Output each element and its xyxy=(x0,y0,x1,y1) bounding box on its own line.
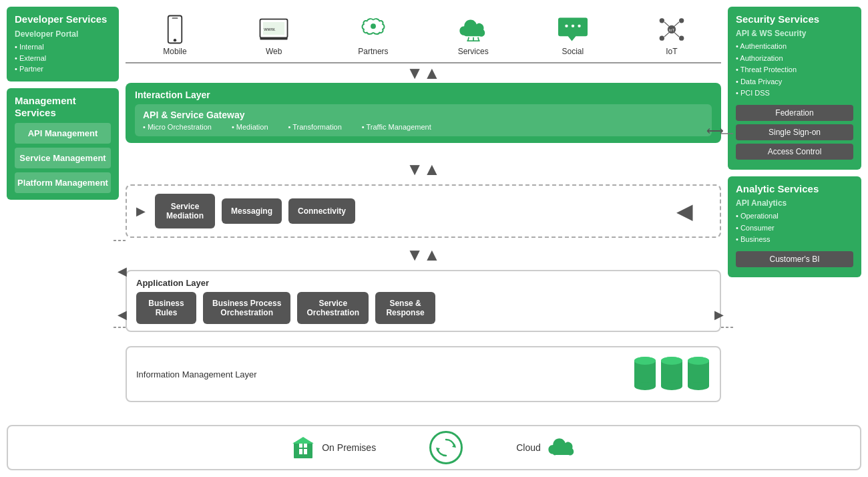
security-list-item: Data Privacy xyxy=(736,76,853,88)
analytic-services-title: Analytic Services xyxy=(736,183,853,194)
developer-portal-subtitle: Developer Portal xyxy=(15,29,111,39)
svg-line-18 xyxy=(664,32,669,37)
svg-rect-37 xyxy=(299,444,302,448)
services-cloud-icon xyxy=(459,15,488,44)
svg-marker-34 xyxy=(292,437,314,444)
app-chips: BusinessRules Business ProcessOrchestrat… xyxy=(136,292,710,324)
api-management-item[interactable]: API Management xyxy=(15,123,111,144)
cylinder-1 xyxy=(633,355,657,393)
web-icon-item: www. Web xyxy=(259,15,288,56)
partners-icon xyxy=(359,15,388,44)
svg-point-7 xyxy=(371,23,376,29)
svg-line-17 xyxy=(674,22,679,27)
partners-icon-item: Partners xyxy=(358,15,388,56)
left-panel: Developer Services Developer Portal Inte… xyxy=(7,7,119,200)
svg-rect-6 xyxy=(260,37,288,39)
info-layer: Information Management Layer xyxy=(126,346,721,402)
left-arrow-service: ◀ xyxy=(118,307,127,322)
services-label: Services xyxy=(458,47,489,56)
svg-rect-33 xyxy=(294,442,312,458)
svg-point-24 xyxy=(634,357,656,365)
analytics-list-item: Operational xyxy=(736,210,853,222)
management-services-title: Management Services xyxy=(15,95,111,119)
dev-list-item: Internal xyxy=(15,41,111,53)
application-layer-container: Application Layer BusinessRules Business… xyxy=(126,265,721,332)
svg-point-27 xyxy=(661,382,682,390)
svg-text:www.: www. xyxy=(263,26,276,32)
connectivity-chip: Connectivity xyxy=(288,198,355,224)
security-list: Authentication Authorization Threat Prot… xyxy=(736,41,853,100)
svg-line-16 xyxy=(664,22,669,27)
cloud-icon xyxy=(548,437,577,458)
single-sign-on-button[interactable]: Single Sign-on xyxy=(736,124,853,140)
cylinder-3 xyxy=(686,355,710,393)
security-list-item: Authorization xyxy=(736,53,853,65)
dev-list-item: External xyxy=(15,53,111,64)
app-arrows: ▼▲ xyxy=(126,246,721,263)
management-services-box: Management Services API Management Servi… xyxy=(7,88,119,200)
svg-point-31 xyxy=(688,382,709,390)
bottom-bar: On Premises Cloud xyxy=(7,425,861,470)
analytics-list: Operational Consumer Business xyxy=(736,210,853,246)
messaging-chip: Messaging xyxy=(222,198,282,224)
svg-rect-38 xyxy=(304,444,307,448)
right-arrow-analytics: ▶ xyxy=(714,307,724,322)
web-icon: www. xyxy=(259,15,288,44)
developer-portal-list: Internal External Partner xyxy=(15,41,111,75)
mobile-icon xyxy=(160,15,190,44)
platform-management-item[interactable]: Platform Management xyxy=(15,172,111,193)
on-premises-label: On Premises xyxy=(322,442,376,453)
customers-bi-button[interactable]: Customer's BI xyxy=(736,251,853,267)
cloud-item: Cloud xyxy=(516,437,577,458)
security-list-item: PCI DSS xyxy=(736,88,853,100)
iot-icon: IoT xyxy=(657,15,686,44)
sync-icon xyxy=(429,431,463,464)
application-layer-title: Application Layer xyxy=(136,278,710,288)
middle-arrows: ▼▲ xyxy=(126,160,721,178)
developer-services-box: Developer Services Developer Portal Inte… xyxy=(7,7,119,82)
sense-response-chip: Sense &Response xyxy=(375,292,435,324)
iot-icon-item: IoT IoT xyxy=(657,15,686,56)
business-process-chip: Business ProcessOrchestration xyxy=(203,292,290,324)
analytics-list-item: Consumer xyxy=(736,222,853,234)
services-icon-item: Services xyxy=(458,15,489,56)
svg-line-19 xyxy=(674,32,679,37)
svg-point-15 xyxy=(679,36,684,41)
svg-point-23 xyxy=(634,382,656,390)
social-label: Social xyxy=(562,47,584,56)
security-services-box: Security Services API & WS Security Auth… xyxy=(728,7,861,170)
svg-point-12 xyxy=(660,18,664,23)
api-analytics-subtitle: API Analytics xyxy=(736,198,853,208)
api-ws-security-subtitle: API & WS Security xyxy=(736,29,853,38)
developer-services-title: Developer Services xyxy=(15,13,111,25)
svg-point-32 xyxy=(688,357,709,365)
micro-orchestration: Micro Orchestration xyxy=(143,123,212,131)
top-icons-row: Mobile www. Web Partners xyxy=(126,7,721,60)
large-left-arrow: ◀ xyxy=(676,198,693,224)
transformation: Transformation xyxy=(288,123,342,131)
analytics-list-item: Business xyxy=(736,234,853,246)
svg-text:IoT: IoT xyxy=(668,28,674,32)
svg-point-2 xyxy=(174,39,176,41)
federation-button[interactable]: Federation xyxy=(736,105,853,121)
api-gateway-title: API & Service Gateway xyxy=(143,110,704,120)
cloud-label: Cloud xyxy=(516,442,541,453)
access-control-button[interactable]: Access Control xyxy=(736,144,853,160)
info-layer-container: Information Management Layer xyxy=(126,341,721,402)
svg-point-14 xyxy=(660,36,664,41)
main-container: Developer Services Developer Portal Inte… xyxy=(0,0,868,477)
analytic-services-box: Analytic Services API Analytics Operatio… xyxy=(728,176,861,277)
svg-point-28 xyxy=(661,357,682,365)
mobile-icon-item: Mobile xyxy=(160,15,190,56)
arrow-right-icon: ▶ xyxy=(136,204,146,218)
iot-label: IoT xyxy=(666,47,677,56)
partners-label: Partners xyxy=(358,47,388,56)
on-premises-item: On Premises xyxy=(291,436,376,460)
right-panel: Security Services API & WS Security Auth… xyxy=(728,7,861,277)
security-list-item: Authentication xyxy=(736,41,853,53)
mobile-label: Mobile xyxy=(163,47,186,56)
right-arrow-security: ⟷ xyxy=(706,124,724,138)
api-gateway-items: Micro Orchestration Mediation Transforma… xyxy=(143,123,704,131)
service-management-item[interactable]: Service Management xyxy=(15,148,111,168)
business-rules-chip: BusinessRules xyxy=(136,292,196,324)
